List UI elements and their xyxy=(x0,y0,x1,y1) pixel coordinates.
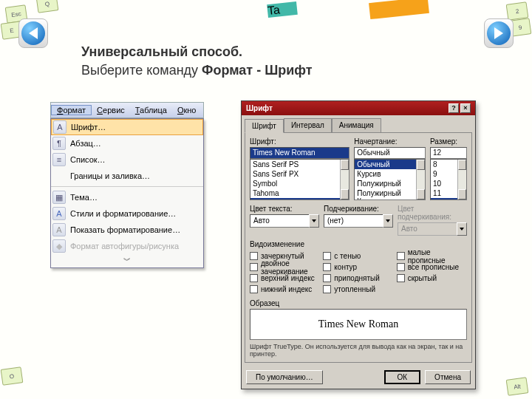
menu-item-theme[interactable]: ▦ Тема… xyxy=(51,189,203,205)
font-option[interactable]: Sans Serif PX xyxy=(250,169,349,179)
label-effects: Видоизменение xyxy=(250,240,467,248)
font-option[interactable]: Sans Serif PS xyxy=(250,160,349,169)
heading-line1: Универсальный способ. xyxy=(81,44,242,59)
font-dialog: Шрифт ? × Шрифт Интервал Анимация Шрифт:… xyxy=(241,100,476,389)
deco-teal: Ta xyxy=(267,1,298,18)
menu-item-autoshape: ◆ Формат автофигуры/рисунка xyxy=(51,238,203,254)
deco-key-o: O xyxy=(1,366,24,386)
slide-heading: Универсальный способ. Выберите команду Ф… xyxy=(81,43,313,80)
dropdown-icon[interactable] xyxy=(309,214,319,228)
dialog-titlebar: Шрифт ? × xyxy=(242,101,475,115)
arrow-left-icon xyxy=(29,27,38,39)
chk-allcaps[interactable]: все прописные xyxy=(397,262,467,273)
style-option[interactable]: Полужирный xyxy=(355,179,425,188)
deco-key-q: Q xyxy=(36,0,59,13)
style-option[interactable]: Полужирный Курси xyxy=(355,188,425,200)
label-style: Начертание: xyxy=(354,137,426,146)
font-option[interactable]: Tahoma xyxy=(250,188,349,198)
chk-engrave[interactable]: утопленный xyxy=(323,284,393,295)
menu-table[interactable]: Таблица xyxy=(130,106,172,115)
scrollbar[interactable] xyxy=(457,160,466,200)
underline-combo[interactable]: (нет) xyxy=(324,214,393,228)
styles-icon: A xyxy=(52,207,66,220)
menu-format[interactable]: Формат xyxy=(51,105,92,115)
label-color: Цвет текста: xyxy=(250,205,319,213)
font-listbox[interactable]: Sans Serif PS Sans Serif PX Symbol Tahom… xyxy=(250,159,349,200)
label-underline: Подчеркивание: xyxy=(324,205,393,213)
label-sample: Образец xyxy=(250,299,279,307)
menu-item-borders[interactable]: Границы и заливка… xyxy=(51,168,203,184)
size-listbox[interactable]: 8 9 10 11 12 xyxy=(430,159,467,200)
chk-shadow[interactable]: с тенью xyxy=(323,250,393,262)
help-button[interactable]: ? xyxy=(449,103,459,113)
dialog-tabs: Шрифт Интервал Анимация xyxy=(242,115,475,132)
font-option[interactable]: Symbol xyxy=(250,179,349,188)
dropdown-icon[interactable] xyxy=(383,214,393,228)
dialog-title: Шрифт xyxy=(246,104,273,112)
chk-sub[interactable]: нижний индекс xyxy=(250,284,320,295)
dialog-body: Шрифт: Times New Roman Sans Serif PS San… xyxy=(245,132,472,363)
nav-next-button[interactable] xyxy=(484,18,514,48)
label-font: Шрифт: xyxy=(250,137,349,146)
menu-expand-chevron[interactable]: ︾ xyxy=(51,254,203,267)
label-ucolor: Цвет подчеркивания: xyxy=(398,205,467,221)
effects-group: зачеркнутый двойное зачеркивание верхний… xyxy=(250,250,467,295)
heading-line2-pre: Выберите команду xyxy=(81,63,202,78)
chk-outline[interactable]: контур xyxy=(323,262,393,273)
nav-prev-button[interactable] xyxy=(18,18,48,48)
sample-preview: Times New Roman xyxy=(250,309,467,340)
scrollbar[interactable] xyxy=(416,160,425,200)
deco-orange xyxy=(369,0,429,19)
tab-animation[interactable]: Анимация xyxy=(332,118,381,132)
size-input[interactable]: 12 xyxy=(430,147,467,159)
menubar: Формат Сервис Таблица Окно xyxy=(50,102,204,118)
theme-icon: ▦ xyxy=(52,191,66,204)
format-dropdown: A Шрифт… ¶ Абзац… ≡ Список… Границы и за… xyxy=(50,118,204,268)
font-hint: Шрифт TrueType. Он используется для выво… xyxy=(250,343,467,358)
color-combo[interactable]: Авто xyxy=(250,214,319,228)
ok-button[interactable]: ОК xyxy=(384,370,421,384)
style-option[interactable]: Обычный xyxy=(355,160,425,169)
heading-line2-bold: Формат - Шрифт xyxy=(202,63,313,78)
menu-item-reveal[interactable]: A Показать форматирование… xyxy=(51,222,203,238)
menu-window[interactable]: Окно xyxy=(172,106,202,115)
menu-item-styles[interactable]: A Стили и форматирование… xyxy=(51,205,203,222)
menu-item-font[interactable]: A Шрифт… xyxy=(51,119,203,135)
cancel-button[interactable]: Отмена xyxy=(425,370,471,384)
style-input[interactable]: Обычный xyxy=(354,147,426,159)
list-icon: ≡ xyxy=(52,153,66,166)
paragraph-icon: ¶ xyxy=(52,137,66,150)
tab-font[interactable]: Шрифт xyxy=(245,119,284,133)
chk-super[interactable]: верхний индекс xyxy=(250,273,320,284)
scrollbar[interactable] xyxy=(340,160,349,200)
reveal-icon: A xyxy=(52,223,66,236)
style-listbox[interactable]: Обычный Курсив Полужирный Полужирный Кур… xyxy=(354,159,426,200)
style-option[interactable]: Курсив xyxy=(355,169,425,179)
menu-service[interactable]: Сервис xyxy=(92,106,130,115)
menu-separator xyxy=(51,186,203,187)
chk-emboss[interactable]: приподнятый xyxy=(323,273,393,284)
arrow-right-icon xyxy=(494,27,503,39)
chk-dstrike[interactable]: двойное зачеркивание xyxy=(250,262,320,273)
deco-key-alt: Alt xyxy=(506,377,529,396)
font-input[interactable]: Times New Roman xyxy=(250,147,349,159)
chk-hidden[interactable]: скрытый xyxy=(397,273,467,284)
label-size: Размер: xyxy=(430,137,467,146)
default-button[interactable]: По умолчанию… xyxy=(246,370,323,384)
close-button[interactable]: × xyxy=(460,103,471,113)
ucolor-combo: Авто xyxy=(398,222,467,236)
dropdown-icon xyxy=(457,222,467,236)
chk-smallcaps[interactable]: малые прописные xyxy=(397,250,467,262)
word-format-menu: Формат Сервис Таблица Окно A Шрифт… ¶ Аб… xyxy=(50,102,204,268)
menu-item-list[interactable]: ≡ Список… xyxy=(51,151,203,168)
shape-icon: ◆ xyxy=(52,239,66,253)
menu-item-paragraph[interactable]: ¶ Абзац… xyxy=(51,135,203,151)
font-option[interactable]: Times New Roman xyxy=(250,198,349,200)
tab-spacing[interactable]: Интервал xyxy=(284,118,332,132)
font-icon: A xyxy=(53,120,66,134)
blank-icon xyxy=(52,169,66,183)
